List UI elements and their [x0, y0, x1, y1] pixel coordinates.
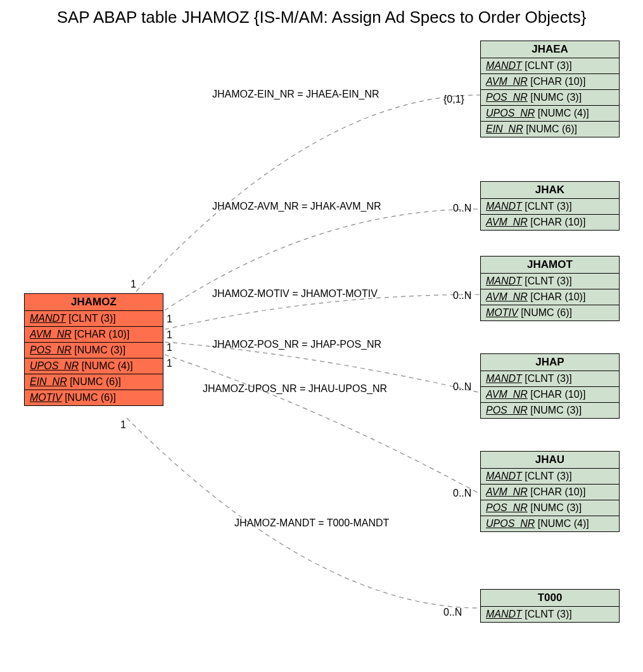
- field-row: AVM_NR [CHAR (10)]: [481, 74, 619, 90]
- card-right-jhau-extra: 0..N: [453, 488, 471, 499]
- card-right-r2: 0..N: [453, 203, 471, 214]
- relation-label-jhaea: JHAMOZ-EIN_NR = JHAEA-EIN_NR: [212, 89, 379, 100]
- field-row: MOTIV [NUMC (6)]: [25, 390, 163, 405]
- entity-jhamoz-title: JHAMOZ: [25, 294, 163, 311]
- field-row: MANDT [CLNT (3)]: [481, 58, 619, 74]
- card-left-r2: 1: [167, 314, 172, 325]
- card-right-r3: 0..N: [453, 290, 471, 301]
- field-row: MANDT [CLNT (3)]: [481, 274, 619, 289]
- field-row: AVM_NR [CHAR (10)]: [481, 215, 619, 230]
- entity-jhamot-title: JHAMOT: [481, 257, 619, 274]
- card-left-r4: 1: [167, 342, 172, 353]
- field-row: AVM_NR [CHAR (10)]: [481, 485, 619, 500]
- entity-jhamot: JHAMOT MANDT [CLNT (3)] AVM_NR [CHAR (10…: [480, 256, 620, 321]
- field-row: UPOS_NR [NUMC (4)]: [481, 516, 619, 531]
- entity-jhak: JHAK MANDT [CLNT (3)] AVM_NR [CHAR (10)]: [480, 181, 620, 231]
- entity-jhap-title: JHAP: [481, 354, 619, 371]
- entity-t000-title: T000: [481, 590, 619, 607]
- field-row: MANDT [CLNT (3)]: [481, 469, 619, 485]
- field-row: MOTIV [NUMC (6)]: [481, 305, 619, 320]
- relation-label-t000: JHAMOZ-MANDT = T000-MANDT: [234, 517, 389, 529]
- entity-jhau: JHAU MANDT [CLNT (3)] AVM_NR [CHAR (10)]…: [480, 451, 620, 532]
- relation-label-jhau: JHAMOZ-UPOS_NR = JHAU-UPOS_NR: [203, 383, 387, 395]
- card-left-r1: 1: [131, 279, 136, 290]
- field-row: POS_NR [NUMC (3)]: [481, 500, 619, 516]
- field-row: POS_NR [NUMC (3)]: [481, 90, 619, 106]
- card-right-r5: 0..N: [453, 381, 471, 393]
- field-row: EIN_NR [NUMC (6)]: [25, 374, 163, 390]
- field-row: EIN_NR [NUMC (6)]: [481, 122, 619, 137]
- field-row: MANDT [CLNT (3)]: [481, 607, 619, 622]
- field-row: MANDT [CLNT (3)]: [25, 311, 163, 327]
- field-row: AVM_NR [CHAR (10)]: [25, 327, 163, 343]
- field-row: POS_NR [NUMC (3)]: [25, 343, 163, 358]
- card-right-r1: {0,1}: [443, 94, 464, 105]
- entity-jhau-title: JHAU: [481, 452, 619, 469]
- entity-t000: T000 MANDT [CLNT (3)]: [480, 589, 620, 623]
- card-left-r6: 1: [120, 419, 126, 431]
- field-row: AVM_NR [CHAR (10)]: [481, 387, 619, 403]
- entity-jhak-title: JHAK: [481, 182, 619, 199]
- field-row: UPOS_NR [NUMC (4)]: [25, 358, 163, 374]
- relation-label-jhap: JHAMOZ-POS_NR = JHAP-POS_NR: [212, 339, 381, 350]
- field-row: MANDT [CLNT (3)]: [481, 371, 619, 387]
- card-left-r5: 1: [167, 358, 172, 369]
- entity-jhaea-title: JHAEA: [481, 41, 619, 58]
- diagram-title: SAP ABAP table JHAMOZ {IS-M/AM: Assign A…: [0, 8, 643, 27]
- entity-jhap: JHAP MANDT [CLNT (3)] AVM_NR [CHAR (10)]…: [480, 353, 620, 419]
- entity-jhaea: JHAEA MANDT [CLNT (3)] AVM_NR [CHAR (10)…: [480, 41, 620, 137]
- card-left-r3: 1: [167, 329, 172, 341]
- relation-label-jhamot: JHAMOZ-MOTIV = JHAMOT-MOTIV: [212, 288, 378, 300]
- relation-label-jhak: JHAMOZ-AVM_NR = JHAK-AVM_NR: [212, 201, 381, 212]
- field-row: UPOS_NR [NUMC (4)]: [481, 106, 619, 122]
- entity-jhamoz: JHAMOZ MANDT [CLNT (3)] AVM_NR [CHAR (10…: [24, 293, 163, 406]
- field-row: AVM_NR [CHAR (10)]: [481, 289, 619, 305]
- field-row: POS_NR [NUMC (3)]: [481, 403, 619, 418]
- card-right-r6: 0..N: [443, 607, 462, 618]
- field-row: MANDT [CLNT (3)]: [481, 199, 619, 215]
